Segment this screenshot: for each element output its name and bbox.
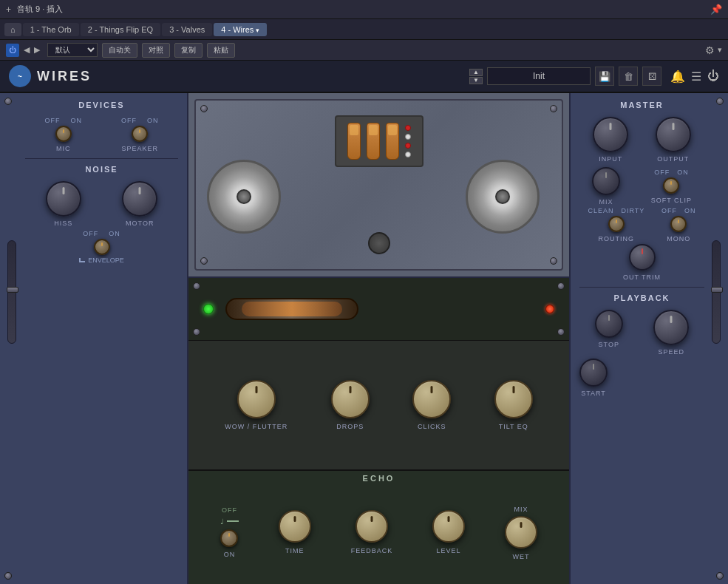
speaker-on-label: ON — [147, 117, 159, 124]
echo-toggle[interactable] — [220, 529, 238, 547]
mono-off-label: OFF — [661, 207, 677, 214]
devices-title: DEVICES — [25, 101, 178, 109]
routing-clean-dirty: CLEAN DIRTY — [588, 207, 644, 214]
plugin-title: WIRES — [37, 69, 92, 84]
bell-icon[interactable]: 🔔 — [670, 69, 685, 84]
preset-select[interactable]: 默认 — [47, 43, 98, 57]
right-panel-content: MASTER INPUT OUTPUT MIX — [579, 101, 719, 397]
random-preset-button[interactable]: ⚄ — [642, 67, 661, 86]
connectors — [405, 125, 411, 157]
save-preset-button[interactable]: 💾 — [595, 67, 614, 86]
start-label: START — [581, 390, 606, 397]
echo-section: ECHO OFF ♩ ON TIME — [188, 469, 569, 584]
mono-off-on: OFF ON — [661, 207, 696, 214]
tape-machine — [188, 93, 569, 278]
envelope-toggle[interactable] — [94, 239, 110, 255]
mono-on-label: ON — [684, 207, 696, 214]
screw-right-br — [716, 572, 724, 580]
menu-icon[interactable]: ☰ — [691, 69, 701, 84]
soft-clip-on-label: ON — [677, 169, 689, 176]
soft-clip-toggle[interactable] — [663, 177, 679, 194]
envelope-on-label: ON — [109, 230, 120, 237]
mic-control: OFF ON MIC — [45, 117, 83, 152]
tab-things[interactable]: 2 - Things Flip EQ — [81, 23, 160, 36]
hiss-knob[interactable] — [46, 181, 81, 217]
right-panel: MASTER INPUT OUTPUT MIX — [569, 93, 728, 584]
tab-valves[interactable]: 3 - Valves — [162, 23, 212, 36]
motor-knob[interactable] — [122, 181, 157, 217]
mix-knob[interactable] — [592, 167, 620, 195]
echo-level-knob[interactable] — [432, 510, 465, 543]
capstan — [368, 232, 390, 254]
drops-knob[interactable] — [331, 380, 370, 418]
start-control: START — [579, 359, 704, 397]
note-icon: ♩ — [220, 517, 224, 526]
effects-knobs-row: WOW / FLUTTER DROPS CLICKS TILT EQ — [188, 341, 569, 469]
out-trim-knob[interactable] — [629, 244, 656, 271]
mic-toggle[interactable] — [55, 126, 72, 142]
power-plugin-icon[interactable]: ⏻ — [707, 69, 719, 83]
start-knob[interactable] — [579, 359, 608, 387]
screw-tape-tr — [550, 105, 557, 112]
tilt-eq-label: TILT EQ — [499, 423, 528, 430]
soft-clip-off-on: OFF ON — [654, 169, 689, 176]
tape-machine-inner — [194, 99, 563, 271]
echo-off-label: OFF — [222, 506, 237, 514]
echo-title: ECHO — [200, 474, 557, 483]
forward-button[interactable]: ▶ — [34, 45, 40, 55]
left-slider-handle[interactable] — [7, 287, 18, 293]
tab-wires[interactable]: 4 - Wires ▾ — [214, 23, 267, 36]
preset-up-button[interactable]: ▲ — [469, 69, 483, 76]
mono-toggle[interactable] — [670, 216, 687, 232]
tube-2 — [367, 123, 380, 160]
envelope-off-label: OFF — [83, 230, 98, 237]
tab-home[interactable]: ⌂ — [4, 23, 21, 36]
noise-knobs-row: HISS MOTOR — [25, 181, 178, 227]
routing-toggle[interactable] — [608, 216, 625, 232]
playback-section: PLAYBACK STOP SPEED START — [579, 293, 704, 397]
speed-knob[interactable] — [653, 310, 689, 345]
echo-time-knob[interactable] — [279, 510, 311, 543]
red-connector-2 — [405, 143, 411, 149]
delete-preset-button[interactable]: 🗑 — [619, 67, 638, 86]
right-slider[interactable] — [712, 240, 721, 344]
soft-clip-label: SOFT CLIP — [651, 197, 692, 204]
output-control: OUTPUT — [656, 117, 691, 163]
soft-clip-toggle-group: OFF ON SOFT CLIP — [651, 169, 692, 204]
compare-button[interactable]: 对照 — [142, 43, 170, 58]
echo-level-group: LEVEL — [432, 510, 465, 554]
mic-off-label: OFF — [45, 117, 61, 124]
playback-title: PLAYBACK — [579, 293, 704, 302]
tape-head-area — [335, 115, 423, 167]
noise-section: NOISE HISS MOTOR OFF ON — [25, 165, 178, 264]
tube-3 — [386, 123, 399, 160]
left-panel: DEVICES OFF ON MIC OFF ON — [0, 93, 188, 584]
tilt-eq-knob[interactable] — [494, 380, 533, 418]
screw-right-tr — [716, 98, 724, 105]
tab-dropdown-arrow[interactable]: ▾ — [256, 27, 259, 34]
left-slider[interactable] — [7, 240, 16, 344]
timeline-line — [227, 520, 239, 522]
clicks-knob[interactable] — [412, 380, 451, 418]
gear-icon[interactable]: ⚙ — [705, 44, 715, 56]
hiss-control: HISS — [46, 181, 81, 227]
dropdown-arrow-icon[interactable]: ▾ — [718, 45, 722, 55]
preset-down-button[interactable]: ▼ — [469, 77, 483, 84]
speed-control: SPEED — [653, 310, 689, 356]
echo-feedback-knob[interactable] — [356, 510, 388, 543]
output-knob[interactable] — [656, 117, 691, 152]
paste-button[interactable]: 粘贴 — [207, 43, 235, 58]
back-button[interactable]: ◀ — [24, 45, 30, 55]
stop-knob[interactable] — [595, 310, 623, 338]
echo-wet-knob[interactable] — [505, 516, 537, 549]
tab-orb[interactable]: 1 - The Orb — [23, 23, 79, 36]
echo-note-icon-row: ♩ — [220, 517, 239, 526]
input-knob[interactable] — [593, 117, 628, 152]
tape-reel-right — [466, 160, 540, 234]
right-slider-handle[interactable] — [711, 287, 723, 293]
wow-flutter-knob[interactable] — [237, 380, 276, 418]
speaker-toggle[interactable] — [132, 126, 148, 142]
power-button[interactable]: ⏻ — [6, 44, 19, 57]
copy-button[interactable]: 复制 — [174, 43, 203, 58]
auto-off-button[interactable]: 自动关 — [102, 43, 137, 58]
